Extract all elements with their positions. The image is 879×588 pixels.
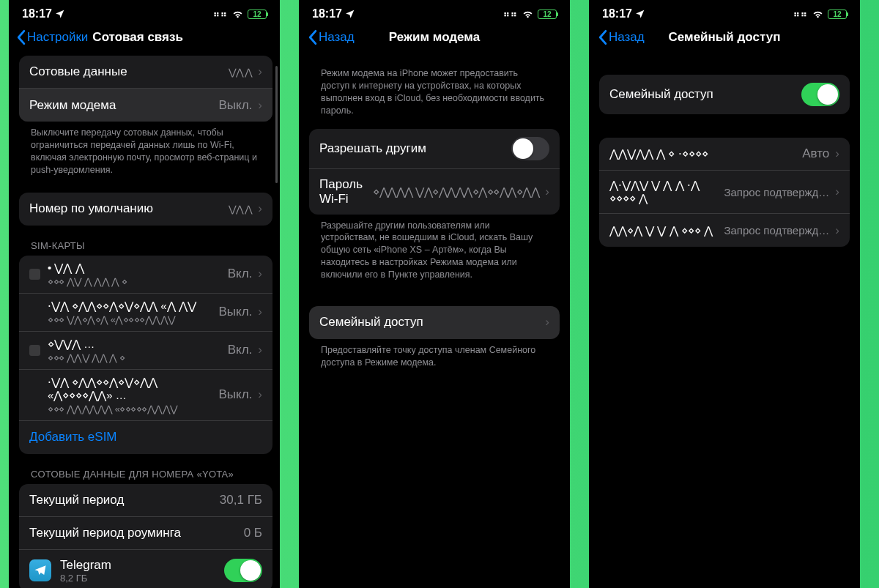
member-row[interactable]: ⋀⋀⋁⋀⋀ ⋀ ⋄ ⋅⋄⋄⋄⋄ Авто › xyxy=(599,138,850,171)
sim-sub: ⋄⋄⋄ ⋀⋀⋁ ⋀⋀ ⋀ ⋄ xyxy=(48,352,228,363)
battery-icon: 12 xyxy=(828,10,847,19)
footer-allow-others: Разрешайте другим пользователям или устр… xyxy=(309,215,560,284)
sim-name: ⋅⋁⋀ ⋄⋀⋀⋄⋄⋀⋄⋁⋄⋀⋀ «⋀⋄⋄⋄⋄⋀⋀» … xyxy=(48,376,218,402)
row-default-number[interactable]: Номер по умолчанию ⋁⋀ ⋀ › xyxy=(19,193,272,226)
back-label: Назад xyxy=(609,30,645,45)
row-family-toggle[interactable]: Семейный доступ xyxy=(599,75,850,114)
value: Вкл. xyxy=(228,267,253,281)
status-time: 18:17 xyxy=(312,7,342,21)
label: Семейный доступ xyxy=(319,315,539,330)
sim-sub: ⋄⋄⋄ ⋁⋀⋄⋀⋄⋀ «⋀⋄⋄⋄⋄⋀⋀⋀⋁ xyxy=(48,314,218,325)
label: Добавить eSIM xyxy=(29,430,117,444)
label: Разрешать другим xyxy=(319,141,511,156)
dual-sim-icon: ⠶⠶ xyxy=(793,9,808,19)
toggle-telegram-data[interactable] xyxy=(224,559,262,582)
value: ⋄⋀⋀⋀⋀ ⋁⋀⋄⋀⋀⋀⋀⋄⋀⋄⋄⋀⋀⋄⋀⋀ xyxy=(373,185,539,198)
chevron-right-icon: › xyxy=(545,315,549,330)
row-wifi-password[interactable]: Пароль Wi-Fi ⋄⋀⋀⋀⋀ ⋁⋀⋄⋀⋀⋀⋀⋄⋀⋄⋄⋀⋀⋄⋀⋀ › xyxy=(309,169,560,215)
app-usage: 8,2 ГБ xyxy=(60,573,224,584)
back-button[interactable]: Назад xyxy=(598,29,645,45)
location-icon xyxy=(55,9,65,19)
back-button[interactable]: Настройки xyxy=(16,29,88,45)
battery-icon: 12 xyxy=(248,10,267,19)
chevron-right-icon: › xyxy=(545,185,549,199)
member-row[interactable]: ⋀⋅⋁⋀⋁ ⋁ ⋀ ⋀ ⋅⋀ ⋄⋄⋄⋄ ⋀ Запрос подтвержд… … xyxy=(599,171,850,214)
chevron-right-icon: › xyxy=(258,98,262,113)
sim-sub: ⋄⋄⋄ ⋀⋀⋀⋀⋀⋀ «⋄⋄⋄⋄⋄⋀⋀⋀⋁ xyxy=(48,403,218,414)
chevron-right-icon: › xyxy=(258,64,262,79)
row-family-sharing[interactable]: Семейный доступ › xyxy=(309,306,560,339)
sim-square-icon xyxy=(29,269,40,280)
sim-sub: ⋄⋄⋄ ⋀⋁ ⋀ ⋀⋀ ⋀ ⋄ xyxy=(48,276,228,287)
value: Выкл. xyxy=(218,387,252,402)
wifi-icon xyxy=(812,10,824,19)
label: Текущий период xyxy=(29,493,220,507)
chevron-left-icon xyxy=(16,29,26,45)
group-family-toggle: Семейный доступ xyxy=(599,75,850,114)
status-time: 18:17 xyxy=(602,7,632,21)
row-cellular-data[interactable]: Сотовые данные ⋁⋀ ⋀ › xyxy=(19,56,272,89)
back-label: Назад xyxy=(319,30,355,45)
intro-text: Режим модема на iPhone может предоставит… xyxy=(309,56,560,120)
chevron-right-icon: › xyxy=(258,201,262,216)
scroll-indicator[interactable] xyxy=(275,66,278,183)
footer-cellular: Выключите передачу сотовых данных, чтобы… xyxy=(19,122,272,179)
row-hotspot[interactable]: Режим модема Выкл. › xyxy=(19,89,272,122)
row-allow-others[interactable]: Разрешать другим xyxy=(309,129,560,169)
location-icon xyxy=(635,9,645,19)
value-icon: ⋁⋀ ⋀ xyxy=(229,67,253,78)
chevron-right-icon: › xyxy=(258,387,262,402)
location-icon xyxy=(345,9,355,19)
member-name: ⋀⋀⋄⋀ ⋁ ⋁ ⋀ ⋄⋄⋄ ⋀ xyxy=(609,224,724,237)
toggle-allow-others[interactable] xyxy=(511,137,549,160)
dual-sim-icon: ⠶⠶ xyxy=(213,9,228,19)
battery-icon: 12 xyxy=(538,10,557,19)
label: Пароль Wi-Fi xyxy=(319,177,373,206)
footer-family-sharing: Предоставляйте точку доступа членам Семе… xyxy=(309,339,560,372)
row-current-period[interactable]: Текущий период 30,1 ГБ xyxy=(19,484,272,517)
value: Авто xyxy=(802,146,829,161)
chevron-right-icon: › xyxy=(835,185,839,199)
value: Запрос подтвержд… xyxy=(724,186,829,198)
status-bar: 18:17 ⠶⠶ 12 xyxy=(299,0,570,23)
value: Выкл. xyxy=(218,305,252,319)
group-allow-others: Разрешать другим Пароль Wi-Fi ⋄⋀⋀⋀⋀ ⋁⋀⋄⋀… xyxy=(309,129,560,215)
sim-row[interactable]: ⋅⋁⋀ ⋄⋀⋀⋄⋄⋀⋄⋁⋄⋀⋀ «⋀⋄⋄⋄⋄⋀⋀» …⋄⋄⋄ ⋀⋀⋀⋀⋀⋀ «⋄… xyxy=(19,370,272,421)
sim-name: • ⋁⋀ ⋀ xyxy=(48,261,228,275)
group-sims: • ⋁⋀ ⋀⋄⋄⋄ ⋀⋁ ⋀ ⋀⋀ ⋀ ⋄ Вкл. › ⋅⋁⋀ ⋄⋀⋀⋄⋄⋀⋄… xyxy=(19,256,272,454)
sim-name: ⋅⋁⋀ ⋄⋀⋀⋄⋄⋀⋄⋁⋄⋀⋀ «⋀ ⋀⋁ xyxy=(48,299,218,313)
member-name: ⋀⋅⋁⋀⋁ ⋁ ⋀ ⋀ ⋅⋀ ⋄⋄⋄⋄ ⋀ xyxy=(609,179,724,205)
header-sim-cards: SIM-КАРТЫ xyxy=(19,226,272,256)
sim-square-icon xyxy=(29,345,40,356)
value-icon: ⋁⋀ ⋀ xyxy=(229,204,253,215)
chevron-right-icon: › xyxy=(835,146,839,161)
sim-row[interactable]: • ⋁⋀ ⋀⋄⋄⋄ ⋀⋁ ⋀ ⋀⋀ ⋀ ⋄ Вкл. › xyxy=(19,256,272,294)
back-button[interactable]: Назад xyxy=(308,29,355,45)
nav-bar: Назад Режим модема xyxy=(299,23,570,56)
row-add-esim[interactable]: Добавить eSIM xyxy=(19,421,272,454)
value: Вкл. xyxy=(228,343,253,357)
header-usage: СОТОВЫЕ ДАННЫЕ ДЛЯ НОМЕРА «YOTA» xyxy=(19,454,272,484)
toggle-family-sharing[interactable] xyxy=(801,83,839,106)
chevron-right-icon: › xyxy=(835,223,839,238)
status-bar: 18:17 ⠶⠶ 12 xyxy=(589,0,860,23)
row-app-telegram[interactable]: Telegram 8,2 ГБ xyxy=(19,550,272,589)
member-name: ⋀⋀⋁⋀⋀ ⋀ ⋄ ⋅⋄⋄⋄⋄ xyxy=(609,147,802,160)
label: Режим модема xyxy=(29,98,218,113)
back-label: Настройки xyxy=(27,30,88,45)
phone-family-sharing: 18:17 ⠶⠶ 12 Назад Семейный доступ Семейн… xyxy=(589,0,860,588)
phone-hotspot: 18:17 ⠶⠶ 12 Назад Режим модема Режим мод… xyxy=(299,0,570,588)
member-row[interactable]: ⋀⋀⋄⋀ ⋁ ⋁ ⋀ ⋄⋄⋄ ⋀ Запрос подтвержд… › xyxy=(599,214,850,247)
status-bar: 18:17 ⠶⠶ 12 xyxy=(9,0,280,23)
sim-row[interactable]: ⋄⋁⋁⋀ …⋄⋄⋄ ⋀⋀⋁ ⋀⋀ ⋀ ⋄ Вкл. › xyxy=(19,332,272,370)
sim-row[interactable]: ⋅⋁⋀ ⋄⋀⋀⋄⋄⋀⋄⋁⋄⋀⋀ «⋀ ⋀⋁⋄⋄⋄ ⋁⋀⋄⋀⋄⋀ «⋀⋄⋄⋄⋄⋀⋀… xyxy=(19,294,272,332)
sim-name: ⋄⋁⋁⋀ … xyxy=(48,338,228,351)
chevron-right-icon: › xyxy=(258,343,262,357)
nav-bar: Назад Семейный доступ xyxy=(589,23,860,56)
row-roaming-period[interactable]: Текущий период роуминга 0 Б xyxy=(19,517,272,550)
app-name: Telegram xyxy=(60,558,224,573)
chevron-left-icon xyxy=(308,29,317,45)
group-family-sharing: Семейный доступ › xyxy=(309,306,560,339)
value: Выкл. xyxy=(218,98,252,113)
group-cellular: Сотовые данные ⋁⋀ ⋀ › Режим модема Выкл.… xyxy=(19,56,272,122)
